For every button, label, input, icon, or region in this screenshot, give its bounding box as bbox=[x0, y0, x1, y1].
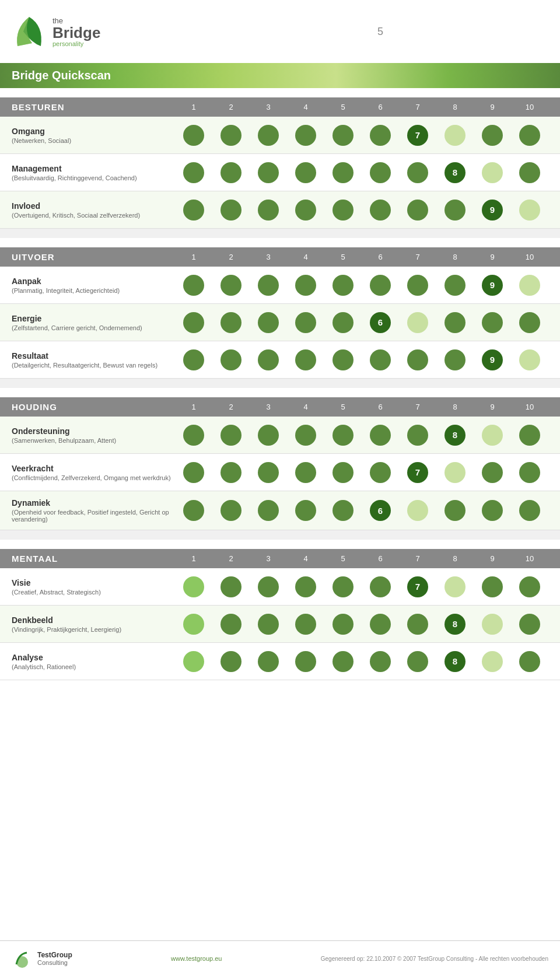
dot-mentaal-0-4 bbox=[332, 576, 354, 597]
quickscan-title: Bridge Quickscan bbox=[12, 69, 548, 82]
spacer-1 bbox=[0, 379, 560, 388]
category-numbers-houding: 12345678910 bbox=[175, 403, 548, 411]
dot-mentaal-0-5 bbox=[370, 576, 391, 597]
footer-copyright: Gegenereerd op: 22.10.2007 © 2007 TestGr… bbox=[321, 956, 548, 962]
dot-besturen-1-8 bbox=[482, 162, 503, 183]
footer-logo: TestGroup Consulting bbox=[12, 948, 72, 969]
dot-mentaal-1-3 bbox=[295, 614, 316, 635]
main-label-houding-2: Dynamiek bbox=[12, 498, 175, 508]
dot-houding-1-9 bbox=[519, 462, 540, 483]
score-row-besturen-0: Omgang(Netwerken, Sociaal)7 bbox=[0, 117, 560, 154]
dot-uitvoer-1-0 bbox=[183, 312, 204, 333]
dot-houding-1-4 bbox=[332, 462, 354, 483]
dot-uitvoer-0-4 bbox=[332, 275, 354, 296]
dot-besturen-2-3 bbox=[295, 200, 316, 221]
dot-houding-0-0 bbox=[183, 425, 204, 446]
dot-uitvoer-2-5 bbox=[370, 349, 391, 370]
main-label-mentaal-0: Visie bbox=[12, 578, 175, 587]
spacer-0 bbox=[0, 229, 560, 238]
dot-uitvoer-2-8: 9 bbox=[482, 349, 503, 370]
logo-personality: personality bbox=[52, 40, 100, 47]
main-label-houding-1: Veerkracht bbox=[12, 464, 175, 473]
dot-besturen-2-4 bbox=[332, 200, 354, 221]
dot-besturen-0-2 bbox=[258, 125, 279, 146]
spacer-2 bbox=[0, 530, 560, 540]
dot-houding-2-3 bbox=[295, 500, 316, 521]
row-label-mentaal-1: Denkbeeld(Vindingrijk, Praktijkgericht, … bbox=[12, 615, 175, 633]
row-label-besturen-2: Invloed(Overtuigend, Kritisch, Sociaal z… bbox=[12, 201, 175, 219]
dot-uitvoer-2-2 bbox=[258, 349, 279, 370]
score-row-uitvoer-2: Resultaat(Detailgericht, Resultaatgerich… bbox=[0, 341, 560, 379]
dot-mentaal-1-6 bbox=[407, 614, 428, 635]
dot-houding-1-8 bbox=[482, 462, 503, 483]
dot-mentaal-2-8 bbox=[482, 651, 503, 672]
dot-uitvoer-0-8: 9 bbox=[482, 275, 503, 296]
dot-mentaal-0-6: 7 bbox=[407, 576, 428, 597]
dot-houding-0-1 bbox=[220, 425, 242, 446]
dot-uitvoer-0-7 bbox=[444, 275, 466, 296]
dot-uitvoer-1-7 bbox=[444, 312, 466, 333]
dot-uitvoer-0-1 bbox=[220, 275, 242, 296]
dot-houding-2-4 bbox=[332, 500, 354, 521]
dot-mentaal-1-4 bbox=[332, 614, 354, 635]
score-row-uitvoer-0: Aanpak(Planmatig, Integriteit, Actiegeri… bbox=[0, 267, 560, 304]
dots-container-mentaal-1: 8 bbox=[175, 614, 548, 635]
category-numbers-mentaal: 12345678910 bbox=[175, 554, 548, 563]
dot-uitvoer-1-9 bbox=[519, 312, 540, 333]
score-row-houding-2: Dynamiek(Openheid voor feedback, Positie… bbox=[0, 491, 560, 530]
dot-besturen-1-1 bbox=[220, 162, 242, 183]
score-row-houding-0: Ondersteuning(Samenwerken, Behulpzaam, A… bbox=[0, 417, 560, 454]
category-header-mentaal: MENTAAL12345678910 bbox=[0, 549, 560, 568]
dot-besturen-2-8: 9 bbox=[482, 200, 503, 221]
dot-mentaal-0-9 bbox=[519, 576, 540, 597]
dot-uitvoer-1-5: 6 bbox=[370, 312, 391, 333]
dot-mentaal-0-8 bbox=[482, 576, 503, 597]
logo-text: the Bridge personality bbox=[52, 16, 100, 47]
score-row-besturen-1: Management(Besluitvaardig, Richtinggeven… bbox=[0, 154, 560, 191]
dots-container-besturen-0: 7 bbox=[175, 125, 548, 146]
dot-besturen-2-9 bbox=[519, 200, 540, 221]
dot-houding-1-7 bbox=[444, 462, 466, 483]
dot-besturen-1-5 bbox=[370, 162, 391, 183]
dot-mentaal-2-9 bbox=[519, 651, 540, 672]
dot-houding-0-7: 8 bbox=[444, 425, 466, 446]
dot-mentaal-1-1 bbox=[220, 614, 242, 635]
dot-besturen-0-6: 7 bbox=[407, 125, 428, 146]
dot-uitvoer-2-7 bbox=[444, 349, 466, 370]
dots-container-uitvoer-0: 9 bbox=[175, 275, 548, 296]
dot-houding-2-0 bbox=[183, 500, 204, 521]
dot-mentaal-2-7: 8 bbox=[444, 651, 466, 672]
dot-houding-1-0 bbox=[183, 462, 204, 483]
sub-label-houding-0: (Samenwerken, Behulpzaam, Attent) bbox=[12, 437, 175, 444]
row-label-uitvoer-0: Aanpak(Planmatig, Integriteit, Actiegeri… bbox=[12, 277, 175, 294]
row-label-uitvoer-1: Energie(Zelfstartend, Carriere gericht, … bbox=[12, 314, 175, 331]
dot-besturen-2-2 bbox=[258, 200, 279, 221]
dot-houding-2-1 bbox=[220, 500, 242, 521]
dot-houding-2-2 bbox=[258, 500, 279, 521]
dot-houding-1-3 bbox=[295, 462, 316, 483]
main-label-houding-0: Ondersteuning bbox=[12, 426, 175, 436]
dot-houding-0-4 bbox=[332, 425, 354, 446]
dot-uitvoer-2-9 bbox=[519, 349, 540, 370]
dot-mentaal-2-2 bbox=[258, 651, 279, 672]
dot-houding-2-9 bbox=[519, 500, 540, 521]
dot-uitvoer-0-2 bbox=[258, 275, 279, 296]
row-label-mentaal-0: Visie(Creatief, Abstract, Strategisch) bbox=[12, 578, 175, 596]
dots-container-besturen-2: 9 bbox=[175, 200, 548, 221]
dot-houding-0-6 bbox=[407, 425, 428, 446]
sub-label-besturen-0: (Netwerken, Sociaal) bbox=[12, 137, 175, 144]
dot-besturen-2-6 bbox=[407, 200, 428, 221]
dot-uitvoer-2-3 bbox=[295, 349, 316, 370]
dot-uitvoer-1-1 bbox=[220, 312, 242, 333]
dot-mentaal-0-7 bbox=[444, 576, 466, 597]
dot-besturen-1-7: 8 bbox=[444, 162, 466, 183]
dot-mentaal-1-8 bbox=[482, 614, 503, 635]
logo-area: the Bridge personality bbox=[12, 11, 154, 52]
sub-label-mentaal-2: (Analytisch, Rationeel) bbox=[12, 663, 175, 670]
category-header-houding: HOUDING12345678910 bbox=[0, 397, 560, 417]
dot-mentaal-2-1 bbox=[220, 651, 242, 672]
score-row-besturen-2: Invloed(Overtuigend, Kritisch, Sociaal z… bbox=[0, 191, 560, 229]
dot-uitvoer-2-1 bbox=[220, 349, 242, 370]
footer-logo-icon bbox=[12, 948, 33, 969]
dot-mentaal-1-5 bbox=[370, 614, 391, 635]
